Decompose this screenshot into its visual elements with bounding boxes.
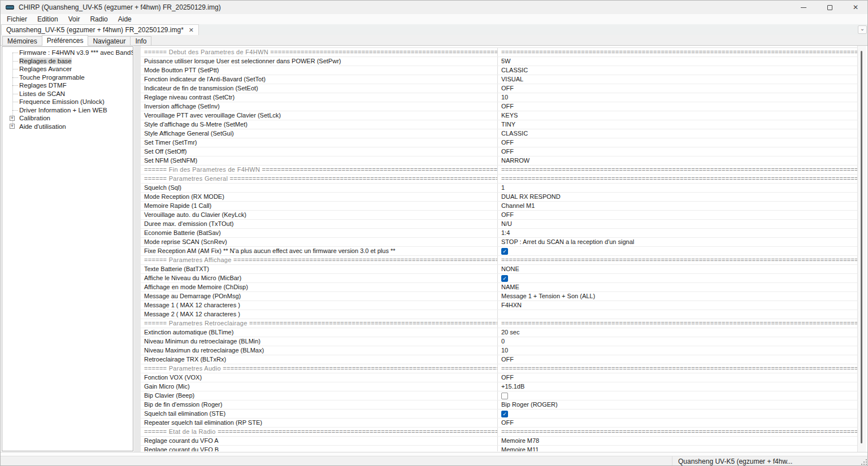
setting-label: ====== Parametres Retroeclairage =======… xyxy=(141,319,498,328)
tree-item[interactable]: +Aide d'utilisation xyxy=(2,123,133,131)
setting-value[interactable]: 1:4 xyxy=(498,229,857,237)
setting-row: Memoire Rapide (1 Call)Channel M1 xyxy=(141,202,857,211)
setting-label: Retroeclairage TRX (BLTxRx) xyxy=(141,355,498,364)
setting-value[interactable]: Message 1 + Tension + Son (ALL) xyxy=(498,292,857,300)
vertical-scrollbar[interactable] xyxy=(857,46,866,452)
tree-item[interactable]: Touche Programmable xyxy=(2,73,133,82)
resize-grip-icon[interactable] xyxy=(861,459,867,465)
menu-item-aide[interactable]: Aide xyxy=(113,14,137,24)
tab-close-icon[interactable]: ✕ xyxy=(189,27,194,34)
setting-value[interactable]: 20 sec xyxy=(498,328,857,337)
checkbox-checked[interactable]: ✓ xyxy=(501,411,508,417)
tab-memoires[interactable]: Mémoires xyxy=(2,36,42,45)
setting-value[interactable]: OFF xyxy=(498,419,857,427)
panel-splitter[interactable] xyxy=(134,46,141,452)
chirp-app-icon xyxy=(6,5,14,10)
setting-label: ====== Fin des Parametres de F4HWN =====… xyxy=(141,166,498,174)
setting-value[interactable]: STOP : Arret du SCAN a la reception d'un… xyxy=(498,238,857,246)
setting-value[interactable]: CLASSIC xyxy=(498,129,857,138)
setting-row: Niveau Maximun du retroeclairage (BLMax)… xyxy=(141,346,857,355)
tree-item[interactable]: Reglages DTMF xyxy=(2,81,133,90)
setting-value[interactable]: 10 xyxy=(498,93,857,102)
setting-value: ========================================… xyxy=(498,48,857,56)
setting-value[interactable]: F4HXN xyxy=(498,301,857,310)
tree-item[interactable]: Reglages Avancer xyxy=(2,65,133,73)
expand-plus-icon[interactable]: + xyxy=(10,124,15,129)
setting-row: Economie Batterie (BatSav)1:4 xyxy=(141,229,857,238)
tree-item[interactable]: +Calibration xyxy=(2,114,133,123)
tree-item[interactable]: Driver Information + Lien WEB xyxy=(2,106,133,115)
tree-item-label: Driver Information + Lien WEB xyxy=(19,107,107,114)
setting-label: Affiche le Niveau du Micro (MicBar) xyxy=(141,274,498,282)
setting-value[interactable]: 1 xyxy=(498,184,857,192)
setting-row: Fonction indicateur de l'Anti-Bavard (Se… xyxy=(141,75,857,84)
setting-value[interactable]: VISUAL xyxy=(498,75,857,84)
minimize-button[interactable] xyxy=(791,1,817,14)
title-bar: CHIRP (Quansheng_UV-K5 (egzumer + f4hwn)… xyxy=(1,1,868,14)
setting-label: Indicateur de fin de transmission (SetEo… xyxy=(141,84,498,93)
setting-value[interactable]: 0 xyxy=(498,337,857,346)
setting-row: Duree max. d'emission (TxTOut)N/U xyxy=(141,220,857,229)
setting-value[interactable]: OFF xyxy=(498,355,857,364)
status-radio-label: Quansheng UV-K5 (egzumer + f4hw... xyxy=(672,456,848,466)
setting-value[interactable]: NONE xyxy=(498,265,857,273)
tree-item[interactable]: Listes de SCAN xyxy=(2,90,133,98)
setting-label: Set NFM (SetNFM) xyxy=(141,156,498,165)
tree-item-label: Calibration xyxy=(19,115,50,121)
setting-label: Extinction automatique (BLTime) xyxy=(141,328,498,337)
setting-label: Verouillage PTT avec verouillage Clavier… xyxy=(141,111,498,120)
setting-value: ========================================… xyxy=(498,319,857,328)
tree-connector xyxy=(12,77,18,78)
tree-item[interactable]: Frequence Emission (Unlock) xyxy=(2,98,133,106)
setting-row: Niveau Minimun du retroeclairage (BLMin)… xyxy=(141,337,857,346)
setting-value[interactable]: TINY xyxy=(498,120,857,129)
menu-item-fichier[interactable]: Fichier xyxy=(2,14,32,24)
setting-value[interactable]: OFF xyxy=(498,211,857,219)
setting-value[interactable]: 10 xyxy=(498,346,857,355)
setting-value[interactable]: OFF xyxy=(498,373,857,382)
tree-connector xyxy=(12,102,18,102)
checkbox-checked[interactable]: ✓ xyxy=(501,275,508,282)
menu-item-edition[interactable]: Edition xyxy=(32,14,63,24)
setting-value[interactable]: DUAL RX RESPOND xyxy=(498,193,857,201)
setting-value[interactable]: OFF xyxy=(498,102,857,111)
setting-label: Message 2 ( MAX 12 characteres ) xyxy=(141,310,498,319)
tree-connector xyxy=(12,69,18,69)
setting-value[interactable] xyxy=(498,310,857,319)
setting-label: Style Affichage General (SetGui) xyxy=(141,129,498,138)
menu-item-radio[interactable]: Radio xyxy=(85,14,112,24)
setting-value: ========================================… xyxy=(498,175,857,183)
setting-value[interactable]: CLASSIC xyxy=(498,66,857,75)
setting-value[interactable]: Bip Roger (ROGER) xyxy=(498,400,857,409)
tab-navigateur[interactable]: Navigateur xyxy=(88,36,131,45)
expand-plus-icon[interactable]: + xyxy=(10,116,15,121)
close-button[interactable]: ✕ xyxy=(843,1,868,14)
setting-value: ========================================… xyxy=(498,428,857,436)
tab-list-dropdown-button[interactable]: ⌄ xyxy=(858,25,867,34)
menu-item-voir[interactable]: Voir xyxy=(63,14,85,24)
tree-item[interactable]: Firmware : F4HWN v3.9 *** avec BandScope… xyxy=(2,49,133,57)
setting-value[interactable]: +15.1dB xyxy=(498,382,857,391)
setting-value[interactable]: Memoire M11 xyxy=(498,446,857,451)
scrollbar-thumb[interactable] xyxy=(861,51,862,443)
setting-value[interactable]: KEYS xyxy=(498,111,857,120)
tab-preferences[interactable]: Préférences xyxy=(42,35,89,46)
setting-value[interactable]: Memoire M78 xyxy=(498,437,857,445)
tree-connector xyxy=(12,110,18,111)
checkbox-unchecked[interactable] xyxy=(501,393,508,399)
setting-value[interactable]: OFF xyxy=(498,147,857,156)
maximize-button[interactable] xyxy=(817,1,843,14)
setting-value[interactable]: NAME xyxy=(498,283,857,291)
setting-label: ====== Parametres General ==============… xyxy=(141,175,498,183)
setting-value[interactable]: Channel M1 xyxy=(498,202,857,210)
setting-value[interactable]: OFF xyxy=(498,84,857,93)
setting-value[interactable]: OFF xyxy=(498,138,857,147)
setting-label: Fixe Reception AM (AM Fix) ** N'a plus a… xyxy=(141,247,498,255)
document-tab[interactable]: Quansheng_UV-K5 (egzumer + f4hwn) FR_202… xyxy=(1,24,199,35)
tab-info[interactable]: Info xyxy=(130,36,151,45)
setting-value[interactable]: 5W xyxy=(498,57,857,66)
tree-item[interactable]: Reglages de base xyxy=(2,57,133,66)
checkbox-checked[interactable]: ✓ xyxy=(501,248,508,255)
setting-value[interactable]: N/U xyxy=(498,220,857,228)
setting-value[interactable]: NARROW xyxy=(498,156,857,165)
